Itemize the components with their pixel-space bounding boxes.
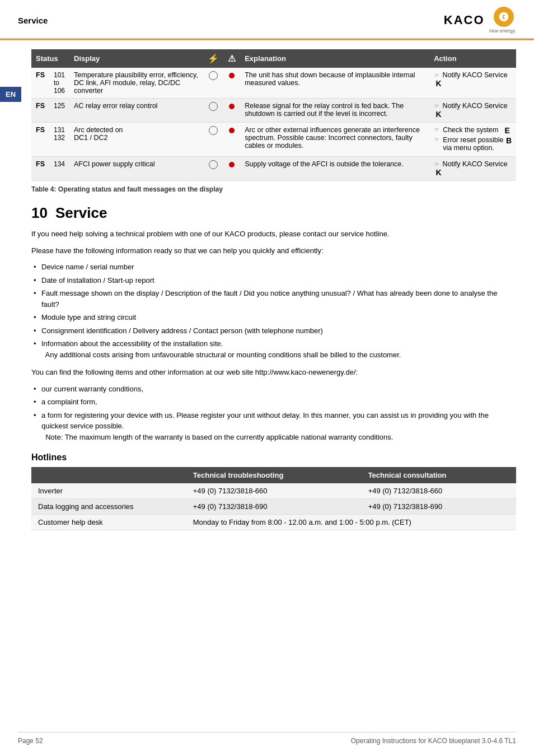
- hotlines-ts: +49 (0) 7132/3818-660: [186, 483, 362, 499]
- hotlines-col-tc: Technical consultation: [362, 467, 516, 483]
- table-caption: Table 4: Operating status and fault mess…: [31, 185, 516, 193]
- fs-label: FS: [31, 157, 49, 181]
- hotlines-tc: +49 (0) 7132/3818-690: [362, 499, 516, 515]
- display-cell: AFCI power supply critical: [69, 157, 203, 181]
- icon-flash-cell: [203, 68, 223, 99]
- hotlines-label: Customer help desk: [31, 515, 186, 530]
- icon-warn-cell: [223, 68, 240, 99]
- icon-warn-cell: [223, 157, 240, 181]
- key-badge: K: [436, 79, 442, 88]
- page-service-label: Service: [18, 16, 48, 25]
- code-cell: 131132: [49, 123, 69, 157]
- action-list: ☞ Check the system E ☞ Error reset possi…: [434, 126, 512, 152]
- en-badge: EN: [0, 87, 21, 102]
- display-cell: Arc detected onDC1 / DC2: [69, 123, 203, 157]
- display-cell: AC relay error relay control: [69, 99, 203, 123]
- bullet-list-2: our current warranty conditions, a compl…: [31, 384, 516, 443]
- hotlines-table: Technical troubleshooting Technical cons…: [31, 467, 516, 530]
- table-row: FS 134 AFCI power supply critical Supply…: [31, 157, 516, 181]
- circle-icon: [209, 160, 218, 169]
- main-content: Status Display ⚡ ⚠ Explanation Action FS…: [0, 40, 534, 544]
- list-item: Information about the accessibility of t…: [31, 338, 516, 360]
- key-badge: K: [436, 110, 442, 119]
- explanation-cell: Supply voltage of the AFCI is outside th…: [240, 157, 429, 181]
- hotlines-label: Data logging and accessories: [31, 499, 186, 515]
- phone-icon: ☞: [434, 161, 439, 167]
- hotlines-col-ts: Technical troubleshooting: [186, 467, 362, 483]
- action-cell: ☞ Check the system E ☞ Error reset possi…: [429, 123, 516, 157]
- para2-text: You can find the following items and oth…: [31, 367, 516, 378]
- table-caption-label: Table 4:: [31, 185, 56, 193]
- table-row: FS 131132 Arc detected onDC1 / DC2 Arc o…: [31, 123, 516, 157]
- explanation-cell: Arc or other external influences generat…: [240, 123, 429, 157]
- list-item: Device name / serial number: [31, 262, 516, 273]
- hotlines-row: Data logging and accessories +49 (0) 713…: [31, 499, 516, 515]
- dot-icon: [229, 128, 235, 133]
- phone-icon: ☞: [434, 136, 439, 143]
- key-badge-b: B: [506, 136, 512, 145]
- col-display: Display: [69, 49, 203, 68]
- key-badge-e: E: [504, 126, 509, 135]
- list-item: Consignment identification / Delivery ad…: [31, 325, 516, 337]
- list-item: our current warranty conditions,: [31, 384, 516, 395]
- dot-icon: [229, 104, 235, 109]
- kaco-logo-text: KACO: [444, 13, 485, 27]
- action-cell: ☞ Notify KACO Service K: [429, 68, 516, 99]
- icon-flash-cell: [203, 157, 223, 181]
- code-cell: 125: [49, 99, 69, 123]
- table-row: FS 125 AC relay error relay control Rele…: [31, 99, 516, 123]
- list-item: Date of installation / Start-up report: [31, 275, 516, 286]
- footer-page: Page 52: [18, 737, 43, 745]
- phone-icon: ☞: [434, 102, 439, 109]
- hotlines-row: Customer help desk Monday to Friday from…: [31, 515, 516, 530]
- key-badge: K: [436, 168, 442, 177]
- col-warn-icon: ⚠: [223, 49, 240, 68]
- subtext: Please have the following information re…: [31, 245, 516, 256]
- hotlines-col-label: [31, 467, 186, 483]
- fs-label: FS: [31, 99, 49, 123]
- kaco-logo-icon: [494, 7, 514, 27]
- hotlines-tc: +49 (0) 7132/3818-660: [362, 483, 516, 499]
- list-item: Module type and string circuit: [31, 312, 516, 323]
- phone-icon: ☞: [434, 72, 439, 78]
- fs-label: FS: [31, 123, 49, 157]
- fs-label: FS: [31, 68, 49, 99]
- fault-table: Status Display ⚡ ⚠ Explanation Action FS…: [31, 49, 516, 181]
- circle-icon: [209, 102, 218, 111]
- icon-flash-cell: [203, 99, 223, 123]
- col-explanation: Explanation: [240, 49, 429, 68]
- hotlines-ts: +49 (0) 7132/3818-690: [186, 499, 362, 515]
- page-header: Service KACO new energy.: [0, 0, 534, 39]
- col-flash-icon: ⚡: [203, 49, 223, 68]
- phone-icon: ☞: [434, 126, 439, 133]
- action-cell: ☞ Notify KACO Service K: [429, 99, 516, 123]
- list-item: Fault message shown on the display / Des…: [31, 288, 516, 310]
- intro-text: If you need help solving a technical pro…: [31, 228, 516, 240]
- hotlines-row: Inverter +49 (0) 7132/3818-660 +49 (0) 7…: [31, 483, 516, 499]
- hotlines-helpdesk: Monday to Friday from 8:00 - 12.00 a.m. …: [186, 515, 516, 530]
- section-number: 10: [31, 204, 48, 222]
- icon-flash-cell: [203, 123, 223, 157]
- section-title: Service: [55, 204, 107, 222]
- action-item: ☞ Error reset possible via menu option. …: [434, 136, 512, 152]
- circle-icon: [209, 126, 218, 135]
- logo-sub: new energy.: [489, 28, 516, 34]
- table-row: FS 101to106 Temperature plausibility err…: [31, 68, 516, 99]
- hotlines-label: Inverter: [31, 483, 186, 499]
- list-item: a complaint form,: [31, 396, 516, 408]
- bullet-list-1: Device name / serial number Date of inst…: [31, 262, 516, 360]
- section-heading: 10 Service: [31, 204, 516, 222]
- hotlines-heading: Hotlines: [31, 452, 516, 463]
- explanation-cell: Release signal for the relay control is …: [240, 99, 429, 123]
- code-cell: 134: [49, 157, 69, 181]
- circle-icon: [209, 71, 218, 80]
- icon-warn-cell: [223, 123, 240, 157]
- dot-icon: [229, 73, 235, 78]
- explanation-cell: The unit has shut down because of implau…: [240, 68, 429, 99]
- code-cell: 101to106: [49, 68, 69, 99]
- display-cell: Temperature plausibility error, efficien…: [69, 68, 203, 99]
- list-item: a form for registering your device with …: [31, 410, 516, 443]
- dot-icon: [229, 162, 235, 167]
- icon-warn-cell: [223, 99, 240, 123]
- action-item: ☞ Check the system E: [434, 126, 512, 135]
